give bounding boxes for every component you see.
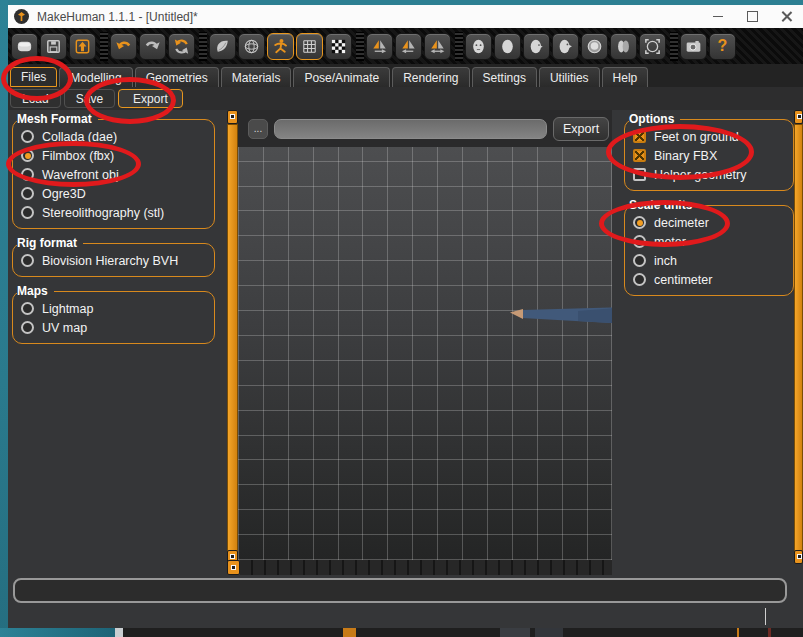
load-button[interactable] <box>69 33 96 60</box>
tab-pose-animate[interactable]: Pose/Animate <box>293 67 390 87</box>
radio-icon <box>21 130 34 143</box>
maximize-button[interactable] <box>735 5 769 28</box>
save-button[interactable] <box>40 33 67 60</box>
minimize-button[interactable] <box>701 5 735 28</box>
toolbar: ? <box>8 28 803 64</box>
head-view-button[interactable] <box>494 33 521 60</box>
taskbar-search-button[interactable] <box>115 628 123 637</box>
checkbox-binary-fbx[interactable]: Binary FBX <box>631 146 787 165</box>
checkbox-icon <box>633 130 646 143</box>
radio-bvh[interactable]: Biovision Hierarchy BVH <box>19 251 208 270</box>
new-button[interactable] <box>11 33 38 60</box>
head-icon <box>498 37 517 56</box>
radio-lightmap[interactable]: Lightmap <box>19 299 208 318</box>
mesh-format-title: Mesh Format <box>17 112 98 126</box>
head-three-quarter-view-button[interactable] <box>523 33 550 60</box>
radio-collada[interactable]: Collada (dae) <box>19 127 208 146</box>
tab-modelling[interactable]: Modelling <box>59 67 132 87</box>
radio-ogre3d[interactable]: Ogre3D <box>19 184 208 203</box>
redo-button[interactable] <box>139 33 166 60</box>
grid-button[interactable] <box>296 33 323 60</box>
radio-decimeter[interactable]: decimeter <box>631 213 787 232</box>
taskbar-app-icon[interactable] <box>343 628 356 637</box>
viewport-left-slider[interactable] <box>227 110 238 575</box>
symmetry-right-icon <box>370 37 389 56</box>
checkbox-helper-geometry[interactable]: Helper geometry <box>631 165 787 184</box>
options-title: Options <box>629 112 680 126</box>
minimize-icon <box>713 16 723 17</box>
slider-track[interactable] <box>794 124 803 560</box>
symmetry-both-button[interactable] <box>424 33 451 60</box>
checkbox-feet-on-ground[interactable]: Feet on ground <box>631 127 787 146</box>
eyeball-view-button[interactable] <box>581 33 608 60</box>
sub-tab-bar: Load Save Export <box>8 87 803 110</box>
taskbar-window-thumbnail[interactable] <box>500 628 530 637</box>
titlebar[interactable]: MakeHuman 1.1.1 - [Untitled]* <box>8 5 803 28</box>
face-front-view-button[interactable] <box>465 33 492 60</box>
taskbar-start-area[interactable] <box>0 628 115 637</box>
taskbar-app-icon[interactable] <box>768 628 771 637</box>
close-button[interactable] <box>769 5 803 28</box>
taskbar-window-thumbnail[interactable] <box>535 628 563 637</box>
radio-icon <box>21 149 34 162</box>
ears-view-button[interactable] <box>610 33 637 60</box>
window-controls <box>701 5 803 28</box>
progress-bar <box>13 578 787 603</box>
symmetry-left-button[interactable] <box>395 33 422 60</box>
radio-uv-map[interactable]: UV map <box>19 318 208 337</box>
radio-stereolithography[interactable]: Stereolithography (stl) <box>19 203 208 222</box>
subtab-export[interactable]: Export <box>118 89 183 108</box>
head-profile-view-button[interactable] <box>552 33 579 60</box>
tab-utilities[interactable]: Utilities <box>539 67 600 87</box>
slider-handle-left[interactable] <box>227 560 240 575</box>
subdivide-button[interactable] <box>325 33 352 60</box>
desktop-background-left <box>0 0 8 637</box>
slider-handle-top[interactable] <box>227 110 238 124</box>
viewport-right-slider[interactable] <box>794 110 803 575</box>
radio-wavefront[interactable]: Wavefront obj <box>19 165 208 184</box>
tab-settings[interactable]: Settings <box>472 67 537 87</box>
slider-handle-top[interactable] <box>794 110 803 124</box>
radio-icon <box>21 187 34 200</box>
tab-help[interactable]: Help <box>602 67 649 87</box>
slider-handle-bottom[interactable] <box>794 550 803 564</box>
focus-view-button[interactable] <box>639 33 666 60</box>
pose-button[interactable] <box>267 33 294 60</box>
scale-units-title: Scale units <box>629 198 698 212</box>
smooth-button[interactable] <box>209 33 236 60</box>
subtab-load[interactable]: Load <box>10 89 61 108</box>
export-button[interactable]: Export <box>553 117 609 141</box>
taskbar[interactable] <box>0 628 803 637</box>
radio-meter[interactable]: meter <box>631 232 787 251</box>
symmetry-right-button[interactable] <box>366 33 393 60</box>
tab-geometries[interactable]: Geometries <box>135 67 219 87</box>
subtab-save[interactable]: Save <box>64 89 115 108</box>
makehuman-logo-icon <box>14 9 29 24</box>
tab-rendering[interactable]: Rendering <box>392 67 469 87</box>
makehuman-window: MakeHuman 1.1.1 - [Untitled]* <box>0 0 803 637</box>
viewport-bottom-slider[interactable] <box>227 560 612 575</box>
undo-button[interactable] <box>110 33 137 60</box>
screenshot-button[interactable] <box>680 33 707 60</box>
browse-button[interactable]: ... <box>248 119 268 139</box>
tab-files[interactable]: Files <box>10 67 57 87</box>
slider-track[interactable] <box>240 560 612 575</box>
maps-title: Maps <box>17 284 54 298</box>
help-button[interactable]: ? <box>709 33 736 60</box>
load-icon <box>73 37 92 56</box>
radio-filmbox[interactable]: Filmbox (fbx) <box>19 146 208 165</box>
tab-materials[interactable]: Materials <box>221 67 292 87</box>
radio-icon <box>633 216 646 229</box>
symmetry-both-icon <box>428 37 447 56</box>
viewport-3d[interactable] <box>238 147 612 560</box>
radio-inch[interactable]: inch <box>631 251 787 270</box>
radio-centimeter[interactable]: centimeter <box>631 270 787 289</box>
save-icon <box>44 37 63 56</box>
taskbar-app-icon[interactable] <box>737 628 739 637</box>
export-path-input[interactable] <box>274 119 547 139</box>
cursor-artifact <box>765 608 766 625</box>
reset-button[interactable] <box>168 33 195 60</box>
rig-format-group: Rig format Biovision Hierarchy BVH <box>12 236 215 277</box>
wireframe-button[interactable] <box>238 33 265 60</box>
slider-track[interactable] <box>227 124 238 560</box>
